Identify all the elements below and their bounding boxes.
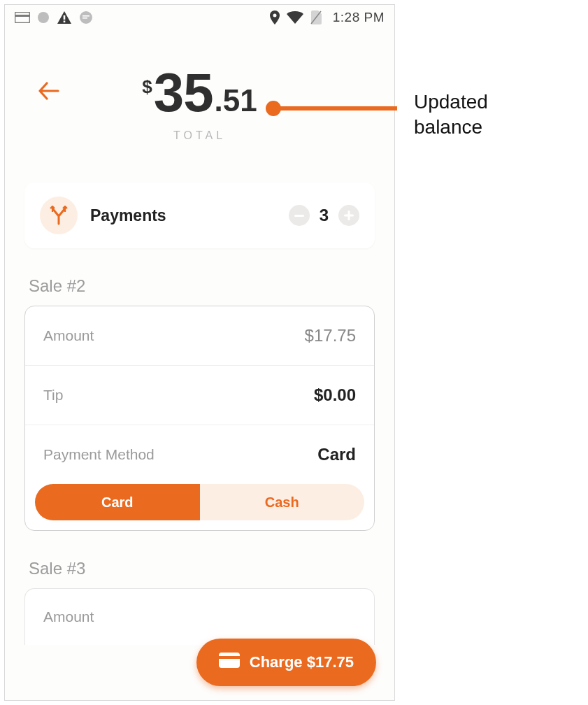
circle-icon: [37, 11, 50, 24]
svg-rect-6: [83, 15, 89, 17]
total-amount: $ 35 .51: [142, 65, 257, 120]
wifi-icon: [287, 11, 303, 24]
warning-icon: [57, 10, 72, 24]
payments-stepper: 3: [289, 205, 359, 226]
tip-label: Tip: [43, 387, 63, 404]
sale2-tip-row[interactable]: Tip $0.00: [25, 366, 374, 425]
amount-whole: 35: [154, 65, 213, 120]
payments-card: Payments 3: [24, 183, 375, 248]
payments-count: 3: [320, 206, 329, 225]
svg-rect-3: [64, 15, 66, 20]
svg-rect-7: [83, 17, 87, 19]
annotation-text: Updated balance: [414, 90, 488, 141]
split-icon: [40, 197, 78, 234]
sale3-amount-row[interactable]: Amount: [25, 589, 374, 645]
svg-point-2: [38, 12, 49, 23]
sale2-card: Amount $17.75 Tip $0.00 Payment Method C…: [24, 306, 375, 531]
segment-card[interactable]: Card: [35, 484, 200, 520]
amount-value: $17.75: [305, 326, 356, 346]
total-label: TOTAL: [5, 129, 394, 142]
charge-button[interactable]: Charge $17.75: [196, 639, 376, 686]
checkout-header: $ 35 .51 TOTAL: [5, 30, 394, 155]
back-button[interactable]: [38, 82, 59, 103]
sale2-method-row: Payment Method Card: [25, 425, 374, 484]
sale3-title: Sale #3: [29, 559, 371, 578]
amount-label: Amount: [43, 327, 94, 344]
annotation-dot: [266, 101, 281, 116]
method-label: Payment Method: [43, 446, 155, 463]
svg-rect-14: [219, 656, 240, 659]
sale2-amount-row[interactable]: Amount $17.75: [25, 306, 374, 366]
charge-label: Charge $17.75: [250, 653, 354, 671]
sale3-card: Amount: [24, 588, 375, 645]
payment-method-segmented: Card Cash: [25, 484, 374, 530]
amount-cents: .51: [215, 85, 257, 116]
amount-label: Amount: [43, 608, 94, 625]
annotation-line: [280, 106, 397, 111]
increment-button[interactable]: [338, 205, 359, 226]
tip-value: $0.00: [314, 385, 356, 405]
method-value: Card: [317, 445, 356, 464]
payments-label: Payments: [90, 206, 289, 225]
card-icon: [219, 653, 240, 672]
chat-icon: [79, 10, 93, 24]
decrement-button[interactable]: [289, 205, 310, 226]
segment-cash[interactable]: Cash: [200, 484, 365, 520]
location-icon: [270, 10, 280, 24]
svg-rect-10: [294, 215, 304, 217]
status-bar: 1:28 PM: [5, 5, 394, 30]
currency-symbol: $: [142, 78, 152, 96]
card-reader-icon: [15, 12, 30, 23]
no-sim-icon: [310, 10, 322, 24]
sale2-title: Sale #2: [29, 276, 371, 296]
svg-rect-4: [64, 21, 66, 23]
svg-rect-12: [344, 215, 354, 217]
svg-point-8: [273, 14, 276, 17]
status-time: 1:28 PM: [333, 10, 385, 25]
svg-rect-1: [15, 15, 30, 17]
svg-rect-13: [219, 653, 240, 668]
svg-rect-0: [15, 13, 30, 23]
